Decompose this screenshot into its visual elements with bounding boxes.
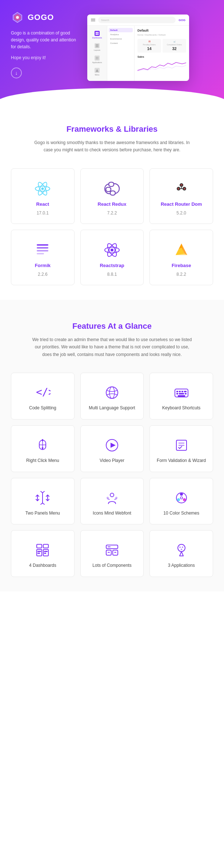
svg-rect-82 — [114, 552, 116, 553]
feature-name-dashboards: 4 Dashboards — [29, 562, 56, 569]
redux-icon — [103, 180, 121, 198]
lib-name-react: React — [36, 201, 49, 207]
mockup-sidebar-icon-applications — [95, 56, 100, 61]
hero-left: GOGO Gogo is a combination of good desig… — [11, 11, 76, 78]
mockup-main: Default Home / Dashboards / Default ⏰ Pe… — [135, 26, 189, 81]
lib-version-redux: 7.2.2 — [107, 210, 117, 216]
features-title: Features At a Glance — [11, 322, 213, 331]
mockup-nav: Default Analytics Ecommerce Content — [107, 26, 135, 81]
hero-scroll-button[interactable]: ↓ — [11, 67, 22, 78]
svg-point-65 — [180, 493, 183, 496]
mockup-card-pending-value: 14 — [139, 46, 159, 51]
feature-name-twopanels: Two Panels Menu — [25, 510, 60, 516]
lib-version-react: 17.0.1 — [37, 210, 49, 216]
svg-rect-80 — [108, 546, 111, 547]
svg-rect-47 — [176, 393, 178, 394]
logo-text: GOGO — [28, 13, 54, 22]
router-icon — [172, 180, 191, 198]
svg-rect-5 — [96, 34, 97, 35]
lib-name-reactstrap: Reactstrap — [100, 263, 124, 268]
svg-point-41 — [109, 387, 115, 398]
mockup-sidebar-icon-layouts — [95, 43, 100, 48]
features-desc: We tried to create an admin theme that w… — [30, 336, 194, 358]
mockup-search: Search — [98, 17, 176, 23]
svg-point-62 — [107, 497, 109, 499]
svg-point-67 — [177, 498, 180, 501]
svg-line-84 — [180, 552, 181, 556]
svg-rect-29 — [37, 250, 48, 251]
svg-point-31 — [111, 249, 113, 251]
sidebar-label-menu: Menu — [95, 74, 100, 76]
hero-right: Search GOG Dashboards — [87, 11, 213, 81]
feature-card-code-splitting: </> Code Splitting — [11, 373, 75, 419]
code-splitting-icon: </> — [34, 384, 51, 401]
mockup-nav-content: Content — [109, 41, 133, 45]
features-header: Features At a Glance We tried to create … — [11, 322, 213, 358]
components-icon — [103, 541, 121, 559]
feature-name-components: Lots of Components — [92, 562, 131, 569]
svg-rect-49 — [185, 393, 187, 394]
svg-point-2 — [16, 16, 19, 19]
hero-subdesc: Hope you enjoy it! — [11, 55, 76, 60]
firebase-icon — [172, 241, 191, 259]
svg-point-54 — [42, 447, 44, 449]
feature-card-video: Video Player — [80, 425, 144, 472]
svg-point-40 — [106, 387, 118, 398]
reactstrap-icon — [103, 241, 121, 259]
sidebar-label-dashboards: Dashboards — [92, 37, 102, 39]
lib-card-redux: React Redux 7.2.2 — [80, 168, 144, 224]
svg-point-11 — [97, 57, 99, 58]
feature-card-apps: 3 Applications — [149, 530, 213, 577]
svg-marker-57 — [111, 443, 116, 448]
feature-name-icons: Icons Mind Webfont — [93, 510, 131, 516]
twopanels-icon — [34, 489, 51, 507]
svg-point-68 — [180, 497, 183, 499]
lib-name-formik: Formik — [35, 263, 51, 268]
keyboard-icon — [173, 384, 190, 401]
svg-rect-43 — [176, 391, 178, 392]
frameworks-grid: React 17.0.1 React Redux 7.2.2 — [11, 168, 213, 285]
lib-card-formik: Formik 2.2.6 — [11, 230, 75, 285]
mockup-sales-label: Sales — [137, 56, 186, 58]
svg-rect-55 — [42, 439, 43, 441]
mockup-sidebar-layouts: Layouts — [87, 41, 107, 53]
colors-icon — [173, 489, 190, 507]
feature-name-form: Form Validation & Wizard — [157, 458, 206, 464]
sidebar-label-layouts: Layouts — [94, 49, 100, 51]
svg-point-89 — [181, 549, 182, 550]
frameworks-section: Frameworks & Libraries Gogo is working s… — [0, 103, 224, 300]
svg-point-88 — [182, 546, 183, 548]
svg-rect-73 — [37, 551, 41, 552]
lib-name-redux: React Redux — [98, 201, 127, 207]
feature-card-multilang: Multi Language Support — [80, 373, 144, 419]
form-icon — [173, 437, 190, 454]
svg-rect-48 — [179, 393, 184, 394]
svg-rect-8 — [96, 45, 99, 46]
mockup-breadcrumb: Home / Dashboards / Default — [137, 34, 186, 36]
mockup-page-title: Default — [137, 29, 186, 32]
frameworks-desc: Gogo is working smoothly thanks to these… — [30, 139, 194, 154]
mockup-card-pending: ⏰ Pending Orders 14 — [137, 39, 161, 53]
svg-rect-27 — [37, 244, 48, 246]
svg-point-10 — [96, 57, 97, 58]
svg-rect-30 — [37, 253, 44, 254]
feature-name-colors: 10 Color Schemes — [163, 510, 199, 516]
mockup-menu-icon — [91, 19, 95, 22]
rightclick-icon — [34, 437, 51, 454]
lib-name-router: React Router Dom — [161, 201, 202, 207]
svg-rect-28 — [37, 247, 48, 249]
svg-point-61 — [110, 493, 114, 497]
mockup-sidebar-icon-menu — [95, 68, 100, 73]
multilang-icon — [103, 384, 121, 401]
feature-card-rightclick: Right Click Menu — [11, 425, 75, 472]
svg-rect-70 — [43, 544, 48, 548]
svg-rect-81 — [108, 552, 110, 553]
svg-rect-44 — [179, 391, 181, 392]
lib-card-react: React 17.0.1 — [11, 168, 75, 224]
mockup-card-completed-value: 32 — [164, 46, 184, 51]
features-section: Features At a Glance We tried to create … — [0, 300, 224, 591]
hero-section: GOGO Gogo is a combination of good desig… — [0, 0, 224, 103]
mockup-sidebar-dashboards: Dashboards — [87, 29, 107, 41]
feature-card-components: Lots of Components — [80, 530, 144, 577]
svg-rect-50 — [178, 395, 185, 397]
